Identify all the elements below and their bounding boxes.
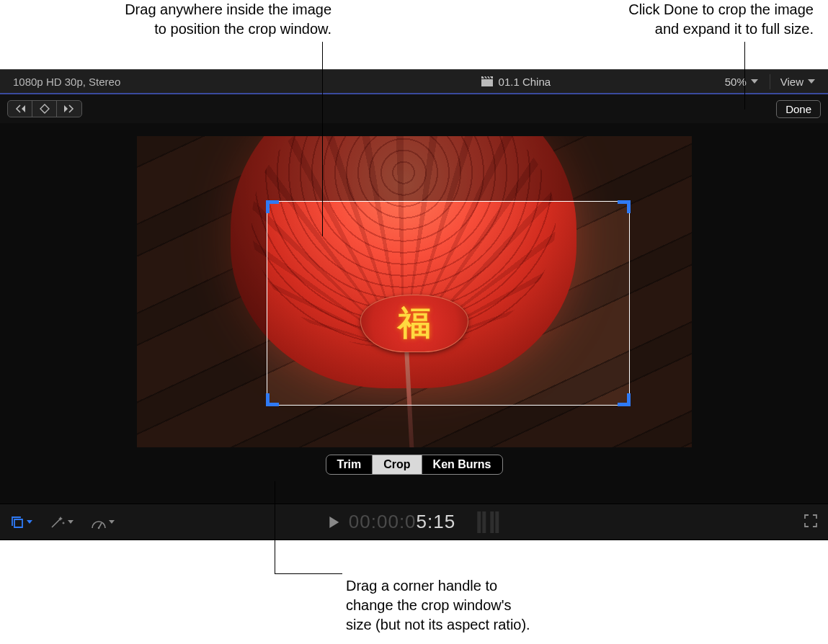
crop-rectangle[interactable]: [267, 201, 630, 406]
viewer-area: 福 Trim Crop Ken Burns: [0, 123, 828, 504]
mode-label: Trim: [337, 458, 361, 470]
callout-leader: [275, 481, 275, 573]
playhead-timecode: 00:00:05:15: [329, 511, 499, 533]
onscreen-controls-row: Done: [0, 94, 828, 123]
meter-bar: [482, 511, 486, 533]
mode-crop[interactable]: Crop: [373, 455, 422, 474]
callout-text: Drag anywhere inside the image: [125, 1, 331, 17]
callout-text: and expand it to full size.: [655, 21, 814, 37]
mode-trim[interactable]: Trim: [326, 455, 373, 474]
mode-label: Ken Burns: [433, 458, 491, 470]
meter-bar: [495, 511, 499, 533]
callout-text: to position the crop window.: [154, 21, 331, 37]
callout-leader: [322, 42, 323, 236]
callout-text: size (but not its aspect ratio).: [346, 617, 530, 632]
clip-name: 01.1 China: [499, 76, 551, 88]
chevron-down-icon: [808, 79, 815, 84]
audio-meters: [477, 511, 499, 533]
mode-label: Crop: [383, 458, 410, 470]
crop-dim-right: [630, 201, 692, 406]
crop-dim-bottom: [137, 406, 692, 447]
callout-drag-image: Drag anywhere inside the image to positi…: [0, 0, 331, 39]
callout-leader: [744, 42, 745, 109]
add-keyframe-button[interactable]: [32, 101, 57, 117]
viewer-panel: 1080p HD 30p, Stereo 01.1 China 50% View: [0, 69, 828, 540]
image-canvas[interactable]: 福: [137, 136, 692, 447]
callout-leader: [275, 573, 342, 574]
done-label: Done: [785, 103, 811, 115]
crop-handle-top-left[interactable]: [266, 200, 279, 213]
fullscreen-button[interactable]: [803, 514, 818, 531]
meter-bar: [490, 511, 494, 533]
keyframe-nav-segment: [7, 100, 82, 117]
info-bar: 1080p HD 30p, Stereo 01.1 China 50% View: [0, 70, 828, 94]
clapperboard-icon: [481, 76, 493, 86]
retime-tool-dropdown[interactable]: [91, 515, 115, 529]
done-button[interactable]: Done: [776, 100, 821, 118]
callout-drag-handle: Drag a corner handle to change the crop …: [346, 576, 605, 635]
timecode-dim: 00:00:0: [349, 511, 417, 532]
format-label: 1080p HD 30p, Stereo: [0, 76, 310, 88]
enhance-tool-dropdown[interactable]: [50, 515, 74, 529]
view-label: View: [780, 76, 803, 88]
crop-mode-segment: Trim Crop Ken Burns: [325, 455, 502, 475]
prev-keyframe-button[interactable]: [8, 101, 32, 117]
timecode-display[interactable]: 00:00:05:15: [349, 511, 455, 533]
clip-title: 01.1 China: [310, 76, 722, 88]
next-keyframe-button[interactable]: [57, 101, 81, 117]
chevron-down-icon: [109, 520, 115, 524]
crop-dim-top: [137, 136, 692, 201]
callout-text: Click Done to crop the image: [628, 1, 814, 17]
transform-tool-dropdown[interactable]: [10, 515, 32, 529]
svg-point-0: [98, 527, 100, 529]
zoom-value: 50%: [725, 76, 747, 88]
timecode-bright: 5:15: [417, 511, 456, 532]
chevron-down-icon: [751, 79, 758, 84]
crop-dim-left: [137, 201, 267, 406]
chevron-down-icon: [68, 520, 74, 524]
mode-kenburns[interactable]: Ken Burns: [422, 455, 502, 474]
play-button[interactable]: [329, 516, 339, 528]
meter-bar: [477, 511, 481, 533]
zoom-dropdown[interactable]: 50%: [722, 74, 761, 89]
crop-handle-bottom-left[interactable]: [266, 393, 279, 406]
callout-text: Drag a corner handle to: [346, 578, 497, 594]
view-dropdown[interactable]: View: [770, 74, 818, 89]
callout-text: change the crop window's: [346, 597, 512, 613]
viewer-bottom-bar: 00:00:05:15: [0, 504, 828, 540]
callout-click-done: Click Done to crop the image and expand …: [468, 0, 814, 39]
crop-handle-top-right[interactable]: [618, 200, 631, 213]
chevron-down-icon: [27, 520, 32, 524]
crop-handle-bottom-right[interactable]: [618, 393, 631, 406]
